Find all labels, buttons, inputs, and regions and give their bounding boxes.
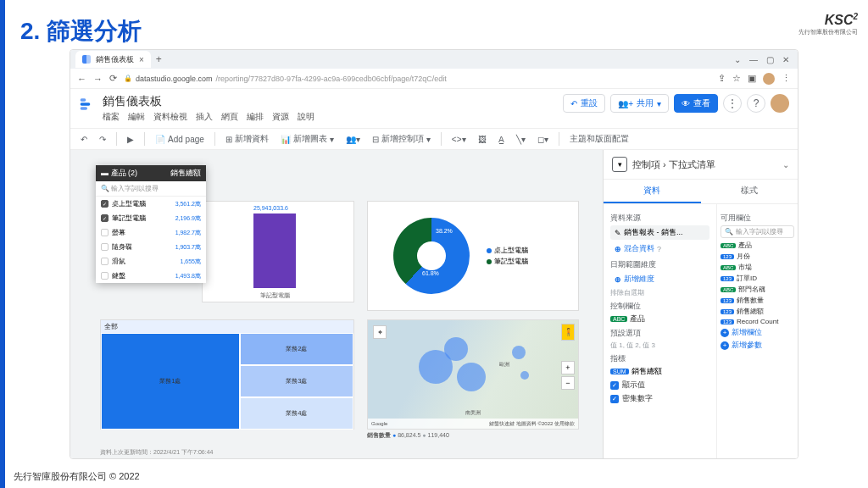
field-item[interactable]: 123訂單ID <box>721 274 794 283</box>
app-header: 銷售儀表板 檔案 編輯 資料檢視 插入 網頁 編排 資源 說明 ↶重設 👥+共用… <box>70 89 798 128</box>
add-param-button[interactable]: +新增參數 <box>721 340 794 351</box>
community-viz-button[interactable]: 👥▾ <box>342 133 364 146</box>
show-value-checkbox[interactable]: ✓顯示值 <box>610 380 709 391</box>
filter-search-input[interactable]: 🔍 輸入字詞以搜尋 <box>96 181 206 197</box>
lock-icon: 🔒 <box>124 75 132 82</box>
add-page-button[interactable]: 📄 Add page <box>152 133 208 146</box>
menu-icon[interactable]: ⋮ <box>782 73 791 84</box>
bar-1 <box>253 214 296 288</box>
tab-strip: 銷售儀表板 × + ⌄ — ▢ ✕ <box>70 50 798 69</box>
browser-tab[interactable]: 銷售儀表板 × <box>75 51 151 68</box>
add-dimension-button[interactable]: ⊕新增維度 <box>610 272 709 286</box>
field-item[interactable]: 123銷售總額 <box>721 307 794 316</box>
zoom-out-button[interactable]: − <box>561 376 575 390</box>
blend-data-link[interactable]: ⊕混合資料 ? <box>610 241 709 256</box>
new-tab-button[interactable]: + <box>156 53 162 65</box>
share-button[interactable]: 👥+共用▾ <box>610 94 669 113</box>
filter-item[interactable]: 螢幕1,982.7萬 <box>96 225 206 240</box>
pencil-icon[interactable]: ✎ <box>615 229 621 237</box>
filter-dropdown[interactable]: ▬ 產品 (2) 銷售總額 🔍 輸入字詞以搜尋 ✓桌上型電腦3,561.2萬✓筆… <box>96 165 206 283</box>
map-chart[interactable]: 歐洲 南美洲 ⌖ 🧍 + − Google 鍵盤快速鍵 地圖資料 ©2022 使… <box>367 319 579 430</box>
bar-chart[interactable]: 25,943,033.6 筆記型電腦 <box>202 201 354 302</box>
url-field[interactable]: 🔒 datastudio.google.com/reporting/77827d… <box>124 75 711 83</box>
shape-button[interactable]: ◻▾ <box>534 133 552 146</box>
browser-window: 銷售儀表板 × + ⌄ — ▢ ✕ ← → ⟳ 🔒 datastudio.goo… <box>70 49 798 459</box>
field-search-input[interactable]: 🔍 輸入字詞以搜尋 <box>721 225 794 238</box>
filter-item[interactable]: 滑鼠1,655萬 <box>96 254 206 269</box>
text-button[interactable]: A̲ <box>495 133 508 146</box>
compact-checkbox[interactable]: ✓密集數字 <box>610 393 709 404</box>
datastudio-icon <box>82 55 91 64</box>
add-chart-button[interactable]: 📊 新增圖表 ▾ <box>277 131 337 147</box>
copyright: 先行智庫股份有限公司 © 2022 <box>14 470 140 483</box>
treemap-chart[interactable]: 全部 業務1處 業務2處 業務3處 業務4處 <box>100 319 354 430</box>
donut-ring: 61.8% 38.2% <box>393 218 470 294</box>
field-item[interactable]: ABC市場 <box>721 263 794 272</box>
menu-file[interactable]: 檔案 <box>103 111 120 123</box>
star-icon[interactable]: ☆ <box>732 73 741 84</box>
tab-data[interactable]: 資料 <box>604 180 701 203</box>
share-icon: 👥+ <box>618 99 633 108</box>
tab-close-icon[interactable]: × <box>139 55 144 64</box>
status-text: 資料上次更新時間：2022/4/21 下午7:06:44 <box>100 448 213 457</box>
pointer-tool[interactable]: ▶ <box>124 133 137 146</box>
back-button[interactable]: ← <box>77 74 86 84</box>
app-title[interactable]: 銷售儀表板 <box>103 94 556 109</box>
filter-item[interactable]: 鍵盤1,493.8萬 <box>96 269 206 283</box>
undo-button[interactable]: ↶ <box>77 133 91 146</box>
minimize-icon[interactable]: — <box>749 55 758 64</box>
field-item[interactable]: ABC產品 <box>721 241 794 250</box>
share-icon[interactable]: ⇪ <box>718 73 726 84</box>
canvas[interactable]: 25,943,033.6 筆記型電腦 61.8% 38.2% 桌上型電腦 筆記型… <box>70 150 603 458</box>
chevron-down-icon[interactable]: ⌄ <box>782 160 789 169</box>
reset-button[interactable]: ↶重設 <box>563 94 605 113</box>
properties-panel: ▾ 控制項 › 下拉式清單 ⌄ 資料 樣式 資料來源 ✎銷售報表 - 銷售...… <box>603 150 798 458</box>
menu-edit[interactable]: 編輯 <box>128 111 145 123</box>
filter-item[interactable]: ✓筆記型電腦2,196.9萬 <box>96 211 206 225</box>
tab-title: 銷售儀表板 <box>96 54 134 65</box>
field-item[interactable]: 123月份 <box>721 252 794 261</box>
menu-insert[interactable]: 插入 <box>196 111 213 123</box>
maximize-icon[interactable]: ▢ <box>766 55 774 64</box>
menu-arrange[interactable]: 編排 <box>247 111 264 123</box>
field-item[interactable]: ABC部門名稱 <box>721 285 794 294</box>
donut-legend: 桌上型電腦 筆記型電腦 <box>487 244 528 268</box>
line-button[interactable]: ╲▾ <box>513 133 529 146</box>
redo-button[interactable]: ↷ <box>96 133 109 146</box>
extension-icon[interactable]: ▣ <box>748 73 756 84</box>
view-button[interactable]: 👁查看 <box>674 94 718 113</box>
menu-page[interactable]: 網頁 <box>221 111 238 123</box>
address-bar: ← → ⟳ 🔒 datastudio.google.com/reporting/… <box>70 69 798 89</box>
close-window-icon[interactable]: ✕ <box>782 55 789 64</box>
profile-avatar[interactable] <box>763 73 775 85</box>
map-locate-icon[interactable]: ⌖ <box>373 325 387 339</box>
add-data-button[interactable]: ⊞ 新增資料 <box>222 131 272 147</box>
reload-button[interactable]: ⟳ <box>109 73 117 84</box>
help-button[interactable]: ? <box>747 94 765 113</box>
eye-icon: 👁 <box>682 99 690 108</box>
add-control-button[interactable]: ⊟ 新增控制項 ▾ <box>369 131 434 147</box>
url-embed-button[interactable]: <>▾ <box>448 133 470 146</box>
donut-chart[interactable]: 61.8% 38.2% 桌上型電腦 筆記型電腦 <box>367 201 579 311</box>
filter-item[interactable]: ✓桌上型電腦3,561.2萬 <box>96 197 206 211</box>
pegman-icon[interactable]: 🧍 <box>561 324 575 341</box>
more-button[interactable]: ⋮ <box>723 94 742 113</box>
menu-help[interactable]: 說明 <box>298 111 314 123</box>
zoom-in-button[interactable]: + <box>561 361 575 374</box>
field-item[interactable]: 123銷售數量 <box>721 296 794 305</box>
menu-resource[interactable]: 資源 <box>272 111 289 123</box>
svg-rect-0 <box>81 98 86 101</box>
datastudio-logo[interactable] <box>79 96 96 113</box>
field-item[interactable]: 123Record Count <box>721 318 794 325</box>
filter-item[interactable]: 隨身碟1,903.7萬 <box>96 240 206 254</box>
user-avatar[interactable] <box>771 94 789 113</box>
undo-icon: ↶ <box>570 99 577 108</box>
menu-view[interactable]: 資料檢視 <box>153 111 187 123</box>
menu-bar: 檔案 編輯 資料檢視 插入 網頁 編排 資源 說明 <box>103 111 556 123</box>
theme-button[interactable]: 主題和版面配置 <box>566 131 632 147</box>
forward-button[interactable]: → <box>93 74 103 84</box>
chevron-down-icon[interactable]: ⌄ <box>734 55 741 64</box>
add-field-button[interactable]: +新增欄位 <box>721 327 794 338</box>
image-button[interactable]: 🖼 <box>475 133 490 146</box>
tab-style[interactable]: 樣式 <box>701 180 798 203</box>
